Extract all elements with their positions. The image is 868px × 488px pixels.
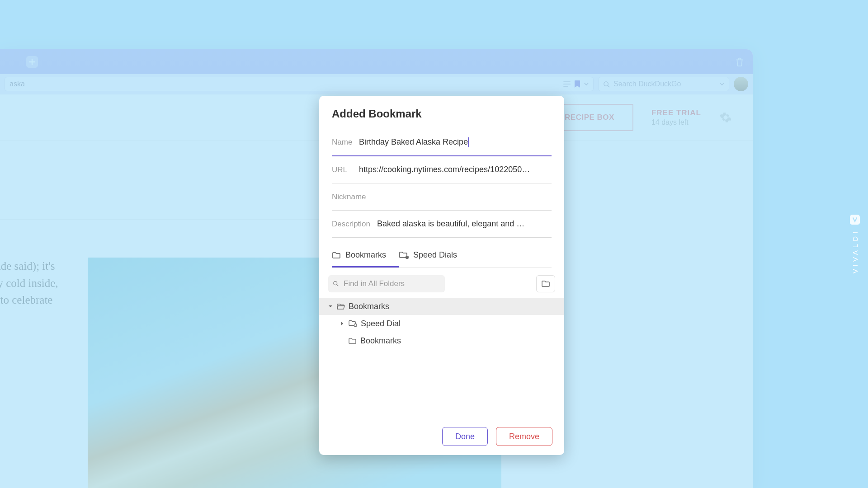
tree-root-bookmarks[interactable]: Bookmarks <box>319 298 564 315</box>
new-folder-button[interactable] <box>536 275 555 292</box>
svg-rect-2 <box>407 257 407 257</box>
folder-open-icon <box>336 303 345 310</box>
nickname-label: Nickname <box>332 192 366 202</box>
chevron-down-icon <box>328 304 333 309</box>
folder-finder-row <box>319 268 564 298</box>
closed-tabs-trash[interactable] <box>735 57 745 67</box>
folder-icon <box>541 280 550 287</box>
location-tabs: Bookmarks Speed Dials <box>332 243 552 268</box>
nickname-input[interactable] <box>366 194 552 200</box>
speed-dial-folder-icon <box>399 251 409 259</box>
tree-speed-dial-label: Speed Dial <box>361 319 401 328</box>
popup-actions: Done Remove <box>442 427 552 446</box>
description-field-row: Description Baked alaska is beautiful, e… <box>332 211 552 238</box>
nickname-field-row: Nickname <box>332 183 552 211</box>
tab-bookmarks[interactable]: Bookmarks <box>332 243 399 267</box>
divider <box>0 219 344 220</box>
trash-icon <box>735 57 745 67</box>
profile-avatar[interactable] <box>734 77 748 91</box>
trial-status: FREE TRIAL 14 days left <box>651 108 701 127</box>
folder-search-input[interactable] <box>328 275 445 292</box>
bookmark-popup: Added Bookmark Name Birthday Baked Alask… <box>319 96 564 455</box>
trial-sub: 14 days left <box>651 118 701 127</box>
tab-bookmarks-label: Bookmarks <box>345 250 386 260</box>
url-input[interactable]: https://cooking.nytimes.com/recipes/1022… <box>359 162 552 177</box>
popup-title: Added Bookmark <box>332 108 552 120</box>
tree-bookmarks-sub[interactable]: Bookmarks <box>319 332 564 349</box>
description-input[interactable]: Baked alaska is beautiful, elegant and … <box>377 216 552 231</box>
search-field[interactable]: Search DuckDuckGo <box>598 77 729 91</box>
name-label: Name <box>332 138 359 147</box>
folder-icon <box>348 338 357 344</box>
svg-rect-4 <box>407 258 407 258</box>
plus-icon <box>28 58 36 66</box>
url-text: aska <box>9 80 25 88</box>
chevron-down-icon[interactable] <box>584 83 589 85</box>
folder-icon <box>332 252 341 259</box>
article-body: and dramatic. it must be made said); it'… <box>0 258 65 488</box>
done-button[interactable]: Done <box>442 427 488 446</box>
remove-button[interactable]: Remove <box>496 427 552 446</box>
description-label: Description <box>332 220 377 229</box>
new-tab-button[interactable] <box>26 56 38 68</box>
vivaldi-logo-icon <box>850 215 860 225</box>
tab-bar <box>0 49 753 74</box>
url-field[interactable]: aska <box>5 77 594 91</box>
vivaldi-watermark: VIVALDI <box>850 215 860 273</box>
svg-rect-5 <box>408 258 408 258</box>
address-bar: aska Search DuckDuckGo <box>0 74 753 94</box>
bookmark-icon[interactable] <box>574 80 580 88</box>
url-label: URL <box>332 165 359 174</box>
gear-icon[interactable] <box>719 111 732 124</box>
tree-root-label: Bookmarks <box>349 302 389 311</box>
speed-dial-folder-icon <box>348 320 357 327</box>
svg-rect-3 <box>408 257 408 257</box>
search-placeholder: Search DuckDuckGo <box>613 80 681 88</box>
svg-point-0 <box>604 81 608 85</box>
tree-speed-dial[interactable]: Speed Dial <box>319 315 564 332</box>
chevron-right-icon <box>340 321 344 326</box>
trial-label: FREE TRIAL <box>651 108 701 117</box>
reader-view-icon[interactable] <box>563 81 571 87</box>
tree-bookmarks-sub-label: Bookmarks <box>360 336 401 346</box>
tab-speed-dials-label: Speed Dials <box>413 250 457 260</box>
svg-point-6 <box>334 282 337 285</box>
search-icon <box>333 281 339 287</box>
name-field-row: Name Birthday Baked Alaska Recipe <box>332 129 552 156</box>
svg-rect-7 <box>354 324 357 326</box>
spacer <box>340 338 344 343</box>
name-input[interactable]: Birthday Baked Alaska Recipe <box>359 135 552 150</box>
search-icon <box>603 81 610 88</box>
url-field-row: URL https://cooking.nytimes.com/recipes/… <box>332 156 552 183</box>
brand-text: VIVALDI <box>851 229 859 273</box>
tab-speed-dials[interactable]: Speed Dials <box>399 243 470 267</box>
folder-tree: Bookmarks Speed Dial Bookmarks <box>319 298 564 349</box>
chevron-down-icon[interactable] <box>720 83 724 85</box>
